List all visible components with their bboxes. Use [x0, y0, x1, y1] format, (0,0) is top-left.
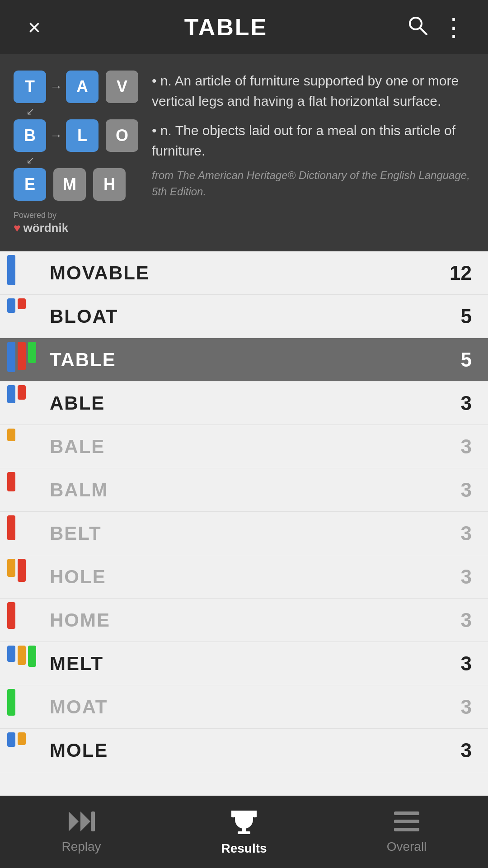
word-row-movable[interactable]: MOVABLE12 [0, 251, 488, 295]
arrow-right-1: → [50, 80, 62, 94]
bar [7, 255, 15, 285]
svg-marker-3 [80, 811, 90, 831]
word-row-melt[interactable]: MELT3 [0, 642, 488, 685]
nav-replay[interactable]: Replay [0, 810, 163, 854]
bar [7, 342, 15, 372]
search-icon [407, 14, 428, 36]
svg-rect-6 [238, 831, 250, 834]
tile-V: V [106, 71, 138, 103]
color-bars-belt [0, 512, 36, 555]
word-row-belt[interactable]: BELT3 [0, 512, 488, 555]
word-text: BALM [36, 479, 445, 501]
word-score: 3 [445, 392, 472, 415]
svg-rect-4 [91, 811, 95, 831]
tile-M: M [53, 168, 86, 201]
word-score: 3 [445, 566, 472, 588]
word-text: TABLE [36, 349, 445, 371]
word-text: BELT [36, 523, 445, 544]
word-row-bloat[interactable]: BLOAT5 [0, 295, 488, 338]
definition-1: • n. An article of furniture supported b… [152, 71, 472, 111]
replay-label: Replay [61, 840, 101, 854]
word-score: 5 [445, 305, 472, 328]
word-score: 3 [445, 522, 472, 545]
bar [28, 342, 36, 363]
svg-rect-8 [394, 820, 419, 823]
color-bars-moat [0, 685, 36, 728]
definition-text: • n. An article of furniture supported b… [152, 71, 472, 235]
replay-icon [68, 810, 95, 835]
tile-L: L [66, 119, 99, 152]
bar [7, 298, 15, 313]
bar [28, 646, 36, 667]
tiles-row-2: B → L O [14, 119, 138, 152]
word-text: MELT [36, 653, 445, 675]
word-list: MOVABLE12BLOAT5TABLE5ABLE3BALE3BALM3BELT… [0, 251, 488, 772]
word-row-able[interactable]: ABLE3 [0, 382, 488, 425]
svg-rect-5 [242, 827, 246, 831]
bar [18, 732, 26, 745]
word-score: 3 [445, 609, 472, 632]
definition-area: T → A V ↙ B → L O ↙ E M H Powered by [0, 54, 488, 251]
word-text: ABLE [36, 392, 445, 414]
nav-overall[interactable]: Overall [325, 810, 488, 854]
bar [18, 646, 26, 665]
bar [18, 385, 26, 400]
svg-line-1 [420, 28, 427, 34]
word-row-balm[interactable]: BALM3 [0, 468, 488, 512]
close-button[interactable]: × [16, 15, 52, 40]
color-bars-table [0, 338, 36, 381]
bar [7, 689, 15, 716]
word-row-mole[interactable]: MOLE3 [0, 729, 488, 772]
word-score: 5 [445, 349, 472, 371]
bar [18, 559, 26, 582]
word-row-hole[interactable]: HOLE3 [0, 555, 488, 599]
arrow-down-1: ↙ [14, 106, 138, 118]
svg-rect-9 [394, 828, 419, 831]
results-label: Results [221, 841, 267, 856]
word-text: MOAT [36, 696, 445, 718]
word-row-moat[interactable]: MOAT3 [0, 685, 488, 729]
more-menu-button[interactable]: ⋮ [436, 15, 472, 39]
tile-H: H [93, 168, 126, 201]
word-score: 12 [445, 262, 472, 284]
word-score: 3 [445, 652, 472, 675]
color-bars-movable [0, 251, 36, 294]
word-row-home[interactable]: HOME3 [0, 599, 488, 642]
color-bars-bale [0, 425, 36, 468]
bar [7, 559, 15, 577]
tile-E: E [14, 168, 46, 201]
arrow-right-2: → [50, 128, 62, 143]
overall-label: Overall [387, 840, 427, 854]
bar [7, 385, 15, 403]
definition-2: • n. The objects laid out for a meal on … [152, 120, 472, 161]
tiles-section: T → A V ↙ B → L O ↙ E M H Powered by [14, 71, 138, 235]
word-text: HOME [36, 609, 445, 631]
arrow-down-2: ↙ [14, 155, 138, 166]
color-bars-melt [0, 642, 36, 685]
svg-marker-2 [69, 811, 79, 831]
bar [18, 298, 26, 309]
color-bars-home [0, 599, 36, 642]
word-row-bale[interactable]: BALE3 [0, 425, 488, 468]
word-score: 3 [445, 479, 472, 501]
search-button[interactable] [399, 14, 436, 40]
tile-A: A [66, 71, 99, 103]
word-score: 3 [445, 435, 472, 458]
bar [7, 732, 15, 747]
word-text: MOLE [36, 740, 445, 761]
tile-O: O [106, 119, 138, 152]
overall-icon [393, 810, 420, 835]
color-bars-able [0, 382, 36, 425]
bar [7, 429, 15, 441]
bar [7, 515, 15, 540]
wordnik-logo: Powered by ♥ wördnik [14, 211, 138, 235]
word-score: 3 [445, 696, 472, 718]
color-bars-balm [0, 468, 36, 511]
tiles-row-1: T → A V [14, 71, 138, 103]
wordnik-name: wördnik [23, 221, 68, 235]
bar [18, 342, 26, 370]
app-header: × TABLE ⋮ [0, 0, 488, 54]
word-row-table[interactable]: TABLE5 [0, 338, 488, 382]
nav-results[interactable]: Results [163, 808, 325, 856]
trophy-icon [230, 808, 258, 837]
